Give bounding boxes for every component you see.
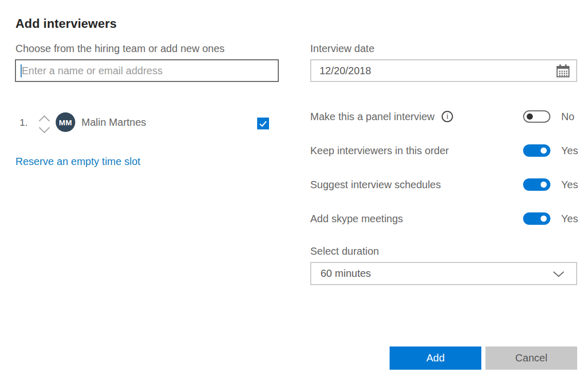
toggle-group: Yes	[523, 178, 578, 191]
interview-date-label: Interview date	[310, 43, 375, 55]
checkmark-icon	[258, 119, 268, 128]
toggle-row-panel-interview: Make this a panel interview i No	[310, 109, 578, 124]
duration-dropdown[interactable]: 60 minutes	[310, 262, 577, 285]
avatar-initials: MM	[59, 118, 72, 127]
toggle-label: Make this a panel interview	[310, 111, 434, 123]
choose-hiring-team-label: Choose from the hiring team or add new o…	[15, 43, 225, 55]
interviewer-search-input[interactable]	[16, 60, 278, 81]
interviewer-checkbox[interactable]	[257, 118, 269, 129]
add-button[interactable]: Add	[390, 346, 481, 370]
interviewer-order-number: 1.	[20, 117, 28, 128]
interviewer-name: Malin Martnes	[81, 117, 146, 128]
panel-interview-toggle[interactable]	[523, 110, 550, 123]
chevron-up-icon[interactable]	[37, 114, 52, 125]
duration-value: 60 minutes	[311, 268, 551, 279]
toggle-group: Yes	[523, 212, 578, 225]
avatar: MM	[56, 112, 75, 132]
suggest-schedules-toggle[interactable]	[523, 178, 550, 191]
interview-date-value: 12/20/2018	[311, 65, 556, 77]
interview-date-field[interactable]: 12/20/2018	[310, 59, 577, 82]
skype-meetings-toggle[interactable]	[523, 212, 550, 225]
toggle-state-label: Yes	[561, 213, 578, 225]
toggle-row-suggest-schedules: Suggest interview schedules Yes	[310, 177, 578, 192]
interviewer-search-box	[15, 59, 279, 82]
chevron-down-icon	[551, 270, 566, 278]
interviewer-row: 1. MM Malin Martnes	[15, 110, 279, 136]
toggle-row-skype-meetings: Add skype meetings Yes	[310, 211, 578, 226]
toggle-knob	[541, 147, 547, 154]
toggle-group: No	[523, 110, 575, 123]
toggle-row-keep-order: Keep interviewers in this order Yes	[310, 143, 578, 158]
toggle-group: Yes	[523, 144, 578, 157]
toggle-label: Keep interviewers in this order	[310, 145, 449, 157]
chevron-down-icon[interactable]	[37, 126, 52, 136]
calendar-icon[interactable]	[556, 64, 570, 78]
text-caret	[21, 64, 22, 77]
page-title: Add interviewers	[15, 16, 117, 31]
reorder-controls	[37, 114, 52, 135]
toggle-knob	[541, 181, 547, 188]
cancel-button[interactable]: Cancel	[485, 346, 577, 370]
toggle-label: Suggest interview schedules	[310, 179, 441, 191]
select-duration-label: Select duration	[310, 245, 379, 257]
toggle-state-label: Yes	[561, 179, 578, 191]
toggle-state-label: No	[561, 111, 575, 123]
toggle-knob	[527, 113, 533, 120]
add-interviewers-dialog: Add interviewers Choose from the hiring …	[0, 0, 588, 380]
toggle-label: Add skype meetings	[310, 213, 403, 225]
info-icon[interactable]: i	[442, 111, 453, 122]
reserve-time-slot-link[interactable]: Reserve an empty time slot	[15, 156, 140, 168]
keep-order-toggle[interactable]	[523, 144, 550, 157]
toggle-knob	[541, 216, 547, 222]
toggle-state-label: Yes	[561, 145, 578, 157]
